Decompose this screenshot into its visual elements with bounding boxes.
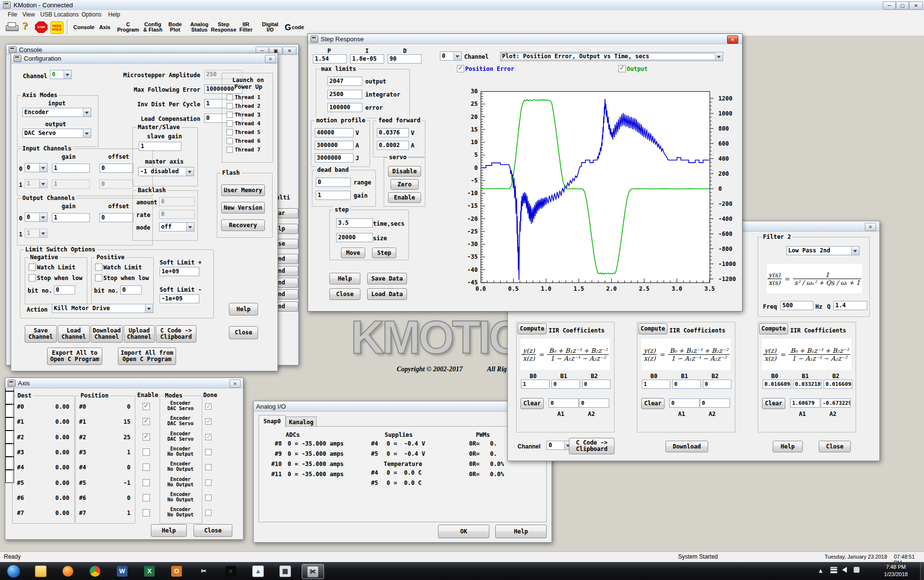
feed-hold-icon[interactable]: FEED HOLD	[50, 21, 64, 34]
show-desktop-button[interactable]	[920, 562, 924, 580]
b1-field[interactable]: 0.0332189	[793, 380, 822, 389]
flash-recovery-button[interactable]: Recovery	[221, 219, 265, 231]
step-button[interactable]: Step	[372, 248, 396, 258]
iir-close-button[interactable]: Close	[819, 441, 851, 452]
axis-help-button[interactable]: Help	[151, 524, 187, 537]
toolbar-button-g-code[interactable]: Gcode	[283, 20, 306, 34]
max-limit-output-field[interactable]: 2047	[327, 77, 362, 86]
excel-icon[interactable]: X	[139, 564, 160, 578]
menu-options[interactable]: Options	[80, 11, 103, 18]
dead-band-range-field[interactable]: 0	[316, 178, 351, 187]
feed-forward-V-field[interactable]: 0.0376	[377, 128, 409, 137]
b0-field[interactable]: 0.0166094	[762, 380, 791, 389]
axis-enable-checkbox[interactable]	[143, 509, 150, 516]
servo-enable-button[interactable]: Enable	[388, 192, 421, 203]
menu-view[interactable]: View	[20, 11, 37, 18]
analog-ok-button[interactable]: OK	[438, 525, 489, 538]
tools-icon[interactable]: ✂	[193, 564, 214, 578]
slave-gain-field[interactable]: 1	[139, 142, 181, 151]
filter2-freq-field[interactable]: 500	[780, 301, 813, 310]
channel-select[interactable]: 1	[25, 229, 48, 238]
b2-field[interactable]: 0	[703, 380, 731, 389]
axis-enable-checkbox[interactable]	[143, 433, 150, 441]
pos-stop-when-low-checkbox[interactable]	[95, 274, 102, 282]
soft-limit-minus-field[interactable]: -1e+09	[160, 294, 199, 303]
iir-compute-button[interactable]: Compute	[759, 323, 788, 334]
iir-download-button[interactable]: Download	[665, 441, 708, 452]
servo-disable-button[interactable]: Disable	[388, 166, 421, 177]
iir-compute-button[interactable]: Compute	[518, 323, 547, 334]
axis-enable-checkbox[interactable]	[143, 418, 150, 425]
menu-usb-locations[interactable]: USB Locations	[38, 11, 81, 18]
matrix-icon[interactable]: ∷	[220, 564, 242, 578]
explorer-icon[interactable]	[30, 564, 51, 578]
b1-field[interactable]: 0	[551, 380, 580, 389]
thread-checkbox-1[interactable]	[227, 94, 233, 100]
step-close-icon[interactable]: ✕	[727, 35, 738, 44]
thread-checkbox-7[interactable]	[227, 147, 233, 153]
save-data-button[interactable]: Save Data	[367, 273, 407, 284]
max-limit-integrator-field[interactable]: 2500	[327, 90, 362, 99]
thread-checkbox-3[interactable]	[227, 112, 233, 118]
axis-done-checkbox[interactable]	[205, 480, 211, 486]
iir-help-button[interactable]: Help	[773, 441, 803, 452]
a1-field[interactable]: 0	[549, 398, 579, 408]
help-icon[interactable]: ?	[22, 20, 28, 31]
gain-field[interactable]: 1	[52, 180, 90, 189]
neg-bit-field[interactable]: 0	[54, 285, 75, 295]
axis-enable-checkbox[interactable]	[143, 448, 150, 456]
axis-done-checkbox[interactable]	[205, 464, 211, 470]
menu-file[interactable]: File	[6, 11, 19, 18]
a2-field[interactable]: -0.673229	[821, 398, 851, 408]
iir-compute-button[interactable]: Compute	[638, 323, 667, 334]
channel-select[interactable]: 0	[25, 163, 48, 172]
step-time-field[interactable]: 3.5	[336, 218, 373, 228]
print-icon[interactable]	[6, 22, 17, 31]
iir-clear-button[interactable]: Clear	[641, 398, 665, 409]
offset-field[interactable]: 0	[99, 180, 133, 189]
p-gain-field[interactable]: 1.54	[313, 54, 347, 64]
maximize-button[interactable]: ▢	[896, 1, 909, 10]
step-channel-select[interactable]: 0	[440, 51, 462, 61]
position-error-checkbox[interactable]	[457, 65, 464, 72]
dead-band-gain-field[interactable]: 1	[316, 191, 351, 200]
backlash-mode-select[interactable]: off	[159, 222, 195, 232]
configuration-close-icon[interactable]: ✕	[265, 55, 276, 63]
photos-icon[interactable]: ▲	[247, 564, 269, 578]
volume-icon[interactable]	[842, 567, 847, 573]
load-channel-button[interactable]: Load Channel	[58, 325, 90, 343]
axis-close-button[interactable]: Close	[194, 524, 232, 537]
toolbar-button-iir-filter[interactable]: IIR Filter	[236, 20, 256, 34]
export-all-button[interactable]: Export All to Open C Program	[47, 348, 102, 365]
tray-expand-icon[interactable]: ▲	[819, 568, 823, 573]
chrome-icon[interactable]	[84, 564, 106, 578]
config-help-button[interactable]: Help	[229, 303, 258, 315]
input-mode-select[interactable]: Encoder	[22, 108, 91, 117]
start-orb-icon[interactable]	[3, 564, 24, 578]
axis-close-icon[interactable]: ✕	[229, 380, 241, 388]
move-button[interactable]: Move	[341, 248, 365, 258]
upload-channel-button[interactable]: Upload Channel	[124, 325, 155, 343]
channel-select[interactable]: 1	[25, 179, 48, 188]
toolbar-button-analog-status[interactable]: Analog Status	[188, 20, 211, 34]
tab-snap0[interactable]: Snap0	[259, 415, 286, 427]
filter2-type-select[interactable]: Low Pass 2nd	[786, 246, 859, 255]
pos-watch-limit-checkbox[interactable]	[95, 264, 102, 271]
iir-clear-button[interactable]: Clear	[520, 398, 544, 409]
tab-kanalog[interactable]: Kanalog	[286, 416, 317, 427]
neg-watch-limit-checkbox[interactable]	[29, 264, 36, 271]
step-help-button[interactable]: Help	[329, 273, 360, 284]
a1-field[interactable]: 0	[669, 398, 699, 408]
axis-done-checkbox[interactable]	[205, 403, 211, 410]
d-gain-field[interactable]: 90	[388, 54, 421, 64]
outlook-icon[interactable]: O	[166, 564, 187, 578]
iir-close-icon[interactable]: ✕	[865, 223, 876, 231]
gain-field[interactable]: 1	[52, 213, 90, 222]
step-close-button[interactable]: Close	[329, 288, 360, 300]
feed-forward-A-field[interactable]: 0.0002	[377, 141, 409, 150]
toolbar-button-bode-plot[interactable]: Bode Plot	[165, 20, 185, 34]
axis-enable-checkbox[interactable]	[143, 494, 150, 501]
b0-field[interactable]: 1	[642, 380, 670, 389]
iir-clear-button[interactable]: Clear	[762, 398, 785, 409]
axis-done-checkbox[interactable]	[205, 418, 211, 425]
